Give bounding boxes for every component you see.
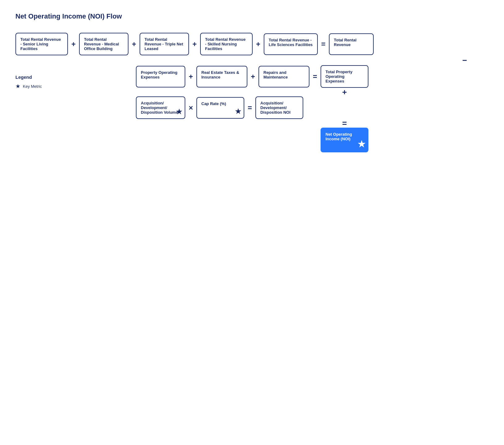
op-plus-4: + [253, 40, 264, 49]
op-equals-3: = [244, 104, 255, 112]
box-acq-dev-disp-vol: Acquisition/ Development/ Disposition Vo… [136, 96, 185, 119]
legend-item: ★ Key Metric [15, 83, 136, 90]
box-acq-dev-disp-noi: Acquisition/ Development/ Disposition NO… [255, 96, 303, 119]
acq-dev-disp-vol-star: ★ [176, 108, 182, 116]
box-life-sciences: Total Rental Revenue - Life Sciences Fac… [264, 33, 318, 55]
noi-star: ★ [358, 139, 365, 149]
row2: Property Operating Expenses + Real Estat… [136, 65, 368, 88]
box-cap-rate-label: Cap Rate (%) [201, 101, 226, 106]
connector-minus: − [462, 56, 467, 65]
row3: Acquisition/ Development/ Disposition Vo… [136, 96, 368, 119]
box-skilled-nursing: Total Rental Revenue - Skilled Nursing F… [200, 33, 253, 55]
box-senior-living: Total Rental Revenue - Senior Living Fac… [15, 33, 68, 55]
page: Net Operating Income (NOI) Flow Total Re… [0, 0, 504, 165]
box-total-prop-op-exp: Total Property Operating Expenses [321, 65, 368, 88]
box-senior-living-label: Total Rental Revenue - Senior Living Fac… [20, 37, 63, 51]
sub-rows: Property Operating Expenses + Real Estat… [136, 65, 368, 152]
rows-2-3-area: Legend ★ Key Metric Property Operating E… [15, 65, 489, 152]
page-title: Net Operating Income (NOI) Flow [15, 12, 489, 20]
connector-plus: + [342, 87, 347, 97]
op-equals-1: = [318, 40, 329, 49]
op-plus-5: + [185, 72, 196, 81]
box-skilled-nursing-label: Total Rental Revenue - Skilled Nursing F… [205, 37, 248, 51]
legend-star-icon: ★ [15, 83, 20, 90]
row1: Total Rental Revenue - Senior Living Fac… [15, 33, 489, 55]
box-medical-office-label: Total Rental Revenue - Medical Office Bu… [84, 37, 124, 51]
box-prop-op-exp: Property Operating Expenses [136, 66, 185, 87]
box-triple-net: Total Rental Revenue - Triple Net Leased [140, 33, 189, 55]
box-real-estate-taxes: Real Estate Taxes & Insurance [196, 66, 247, 87]
box-cap-rate: Cap Rate (%) ★ [196, 97, 244, 119]
box-acq-dev-disp-vol-label: Acquisition/ Development/ Disposition Vo… [141, 101, 180, 115]
op-plus-6: + [247, 72, 258, 81]
box-total-rental-revenue: Total Rental Revenue [329, 33, 374, 55]
main-content: Total Rental Revenue - Senior Living Fac… [15, 33, 489, 152]
legend-block: Legend ★ Key Metric [15, 65, 136, 90]
box-prop-op-exp-label: Property Operating Expenses [141, 70, 180, 79]
box-acq-dev-disp-noi-label: Acquisition/ Development/ Disposition NO… [260, 101, 298, 115]
legend-title: Legend [15, 74, 136, 80]
box-noi: Net Operating Income (NOI) ★ [321, 128, 368, 152]
legend-key-metric-label: Key Metric [23, 84, 42, 89]
box-real-estate-taxes-label: Real Estate Taxes & Insurance [201, 70, 242, 79]
op-plus-2: + [128, 40, 140, 49]
op-equals-2: = [309, 72, 321, 81]
connector-equals: = [342, 119, 347, 128]
op-plus-1: + [68, 40, 79, 49]
box-life-sciences-label: Total Rental Revenue - Life Sciences Fac… [269, 38, 313, 47]
box-total-prop-op-exp-label: Total Property Operating Expenses [326, 70, 363, 83]
box-triple-net-label: Total Rental Revenue - Triple Net Leased [145, 37, 184, 51]
box-repairs-maintenance: Repairs and Maintenance [258, 66, 309, 87]
box-repairs-maintenance-label: Repairs and Maintenance [263, 70, 304, 79]
box-medical-office: Total Rental Revenue - Medical Office Bu… [79, 33, 128, 55]
op-times: × [185, 104, 196, 112]
op-plus-3: + [189, 40, 200, 49]
box-total-rental-revenue-label: Total Rental Revenue [334, 38, 369, 47]
cap-rate-star: ★ [235, 108, 241, 116]
